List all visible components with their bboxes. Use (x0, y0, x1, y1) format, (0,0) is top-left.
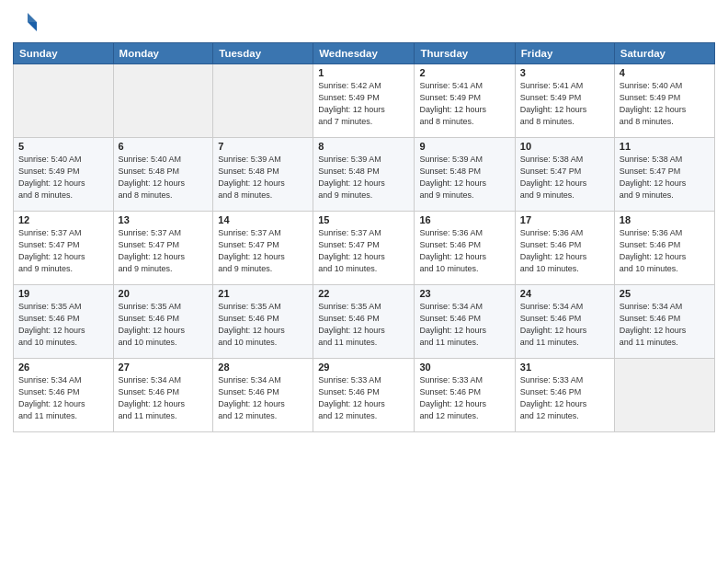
calendar-cell: 2Sunrise: 5:41 AM Sunset: 5:49 PM Daylig… (415, 64, 515, 138)
calendar-cell: 27Sunrise: 5:34 AM Sunset: 5:46 PM Dayli… (113, 359, 213, 432)
day-number: 5 (18, 141, 108, 152)
day-number: 18 (620, 214, 710, 225)
day-info: Sunrise: 5:38 AM Sunset: 5:47 PM Dayligh… (620, 154, 710, 201)
day-info: Sunrise: 5:42 AM Sunset: 5:49 PM Dayligh… (318, 80, 409, 128)
calendar-cell: 19Sunrise: 5:35 AM Sunset: 5:46 PM Dayli… (14, 285, 114, 359)
calendar-cell: 6Sunrise: 5:40 AM Sunset: 5:48 PM Daylig… (113, 138, 213, 212)
day-info: Sunrise: 5:38 AM Sunset: 5:47 PM Dayligh… (520, 154, 609, 201)
day-number: 2 (419, 67, 509, 78)
day-info: Sunrise: 5:37 AM Sunset: 5:47 PM Dayligh… (119, 227, 209, 275)
day-info: Sunrise: 5:34 AM Sunset: 5:46 PM Dayligh… (119, 374, 209, 422)
day-number: 30 (419, 362, 509, 373)
calendar-cell: 7Sunrise: 5:39 AM Sunset: 5:48 PM Daylig… (213, 138, 313, 212)
col-header-wednesday: Wednesday (313, 43, 415, 64)
day-number: 20 (119, 288, 209, 299)
calendar-cell: 15Sunrise: 5:37 AM Sunset: 5:47 PM Dayli… (313, 212, 415, 285)
day-number: 14 (218, 214, 308, 225)
calendar-cell: 11Sunrise: 5:38 AM Sunset: 5:47 PM Dayli… (614, 138, 714, 212)
day-number: 6 (119, 141, 209, 152)
day-number: 24 (520, 288, 609, 299)
day-info: Sunrise: 5:36 AM Sunset: 5:46 PM Dayligh… (620, 227, 710, 275)
day-info: Sunrise: 5:39 AM Sunset: 5:48 PM Dayligh… (419, 154, 509, 201)
calendar-cell: 25Sunrise: 5:34 AM Sunset: 5:46 PM Dayli… (614, 285, 714, 359)
day-number: 1 (318, 67, 409, 78)
col-header-saturday: Saturday (614, 43, 714, 64)
day-info: Sunrise: 5:33 AM Sunset: 5:46 PM Dayligh… (520, 374, 609, 422)
calendar-cell (614, 359, 714, 432)
logo (13, 9, 42, 35)
day-number: 15 (318, 214, 409, 225)
calendar-cell: 21Sunrise: 5:35 AM Sunset: 5:46 PM Dayli… (213, 285, 313, 359)
calendar-table: SundayMondayTuesdayWednesdayThursdayFrid… (13, 42, 715, 432)
calendar-cell: 3Sunrise: 5:41 AM Sunset: 5:49 PM Daylig… (515, 64, 614, 138)
day-number: 23 (419, 288, 509, 299)
day-number: 26 (18, 362, 108, 373)
col-header-thursday: Thursday (415, 43, 515, 64)
day-number: 4 (620, 67, 710, 78)
calendar-cell: 9Sunrise: 5:39 AM Sunset: 5:48 PM Daylig… (415, 138, 515, 212)
day-info: Sunrise: 5:40 AM Sunset: 5:49 PM Dayligh… (18, 154, 108, 201)
day-info: Sunrise: 5:41 AM Sunset: 5:49 PM Dayligh… (419, 80, 509, 128)
day-number: 27 (119, 362, 209, 373)
day-info: Sunrise: 5:35 AM Sunset: 5:46 PM Dayligh… (119, 301, 209, 349)
day-info: Sunrise: 5:33 AM Sunset: 5:46 PM Dayligh… (318, 374, 409, 422)
day-number: 31 (520, 362, 609, 373)
day-number: 3 (520, 67, 609, 78)
day-info: Sunrise: 5:36 AM Sunset: 5:46 PM Dayligh… (520, 227, 609, 275)
header (13, 9, 715, 35)
calendar-week-row: 19Sunrise: 5:35 AM Sunset: 5:46 PM Dayli… (14, 285, 715, 359)
day-info: Sunrise: 5:34 AM Sunset: 5:46 PM Dayligh… (218, 374, 308, 422)
col-header-friday: Friday (515, 43, 614, 64)
calendar-cell: 26Sunrise: 5:34 AM Sunset: 5:46 PM Dayli… (14, 359, 114, 432)
calendar-cell: 12Sunrise: 5:37 AM Sunset: 5:47 PM Dayli… (14, 212, 114, 285)
col-header-tuesday: Tuesday (213, 43, 313, 64)
calendar-week-row: 26Sunrise: 5:34 AM Sunset: 5:46 PM Dayli… (14, 359, 715, 432)
day-info: Sunrise: 5:34 AM Sunset: 5:46 PM Dayligh… (18, 374, 108, 422)
day-number: 21 (218, 288, 308, 299)
day-info: Sunrise: 5:40 AM Sunset: 5:48 PM Dayligh… (119, 154, 209, 201)
calendar-cell (213, 64, 313, 138)
day-info: Sunrise: 5:33 AM Sunset: 5:46 PM Dayligh… (419, 374, 509, 422)
day-info: Sunrise: 5:40 AM Sunset: 5:49 PM Dayligh… (620, 80, 710, 128)
day-info: Sunrise: 5:37 AM Sunset: 5:47 PM Dayligh… (218, 227, 308, 275)
calendar-cell: 31Sunrise: 5:33 AM Sunset: 5:46 PM Dayli… (515, 359, 614, 432)
svg-marker-1 (28, 22, 37, 31)
logo-icon (13, 9, 39, 35)
calendar-cell: 23Sunrise: 5:34 AM Sunset: 5:46 PM Dayli… (415, 285, 515, 359)
day-info: Sunrise: 5:37 AM Sunset: 5:47 PM Dayligh… (18, 227, 108, 275)
col-header-monday: Monday (113, 43, 213, 64)
day-info: Sunrise: 5:39 AM Sunset: 5:48 PM Dayligh… (218, 154, 308, 201)
calendar-cell: 13Sunrise: 5:37 AM Sunset: 5:47 PM Dayli… (113, 212, 213, 285)
calendar-header-row: SundayMondayTuesdayWednesdayThursdayFrid… (14, 43, 715, 64)
page: SundayMondayTuesdayWednesdayThursdayFrid… (0, 0, 728, 563)
calendar-cell: 17Sunrise: 5:36 AM Sunset: 5:46 PM Dayli… (515, 212, 614, 285)
calendar-cell: 22Sunrise: 5:35 AM Sunset: 5:46 PM Dayli… (313, 285, 415, 359)
day-number: 22 (318, 288, 409, 299)
calendar-week-row: 5Sunrise: 5:40 AM Sunset: 5:49 PM Daylig… (14, 138, 715, 212)
day-number: 11 (620, 141, 710, 152)
day-number: 17 (520, 214, 609, 225)
calendar-cell: 1Sunrise: 5:42 AM Sunset: 5:49 PM Daylig… (313, 64, 415, 138)
calendar-cell: 30Sunrise: 5:33 AM Sunset: 5:46 PM Dayli… (415, 359, 515, 432)
day-number: 16 (419, 214, 509, 225)
calendar-cell: 24Sunrise: 5:34 AM Sunset: 5:46 PM Dayli… (515, 285, 614, 359)
calendar-cell: 20Sunrise: 5:35 AM Sunset: 5:46 PM Dayli… (113, 285, 213, 359)
day-info: Sunrise: 5:39 AM Sunset: 5:48 PM Dayligh… (318, 154, 409, 201)
day-number: 13 (119, 214, 209, 225)
day-info: Sunrise: 5:35 AM Sunset: 5:46 PM Dayligh… (318, 301, 409, 349)
day-info: Sunrise: 5:35 AM Sunset: 5:46 PM Dayligh… (218, 301, 308, 349)
calendar-cell: 28Sunrise: 5:34 AM Sunset: 5:46 PM Dayli… (213, 359, 313, 432)
day-number: 12 (18, 214, 108, 225)
calendar-cell: 4Sunrise: 5:40 AM Sunset: 5:49 PM Daylig… (614, 64, 714, 138)
day-info: Sunrise: 5:34 AM Sunset: 5:46 PM Dayligh… (620, 301, 710, 349)
calendar-cell: 14Sunrise: 5:37 AM Sunset: 5:47 PM Dayli… (213, 212, 313, 285)
calendar-cell: 29Sunrise: 5:33 AM Sunset: 5:46 PM Dayli… (313, 359, 415, 432)
calendar-cell: 10Sunrise: 5:38 AM Sunset: 5:47 PM Dayli… (515, 138, 614, 212)
day-info: Sunrise: 5:34 AM Sunset: 5:46 PM Dayligh… (520, 301, 609, 349)
day-info: Sunrise: 5:37 AM Sunset: 5:47 PM Dayligh… (318, 227, 409, 275)
day-info: Sunrise: 5:36 AM Sunset: 5:46 PM Dayligh… (419, 227, 509, 275)
day-number: 29 (318, 362, 409, 373)
day-number: 10 (520, 141, 609, 152)
calendar-week-row: 12Sunrise: 5:37 AM Sunset: 5:47 PM Dayli… (14, 212, 715, 285)
day-info: Sunrise: 5:35 AM Sunset: 5:46 PM Dayligh… (18, 301, 108, 349)
